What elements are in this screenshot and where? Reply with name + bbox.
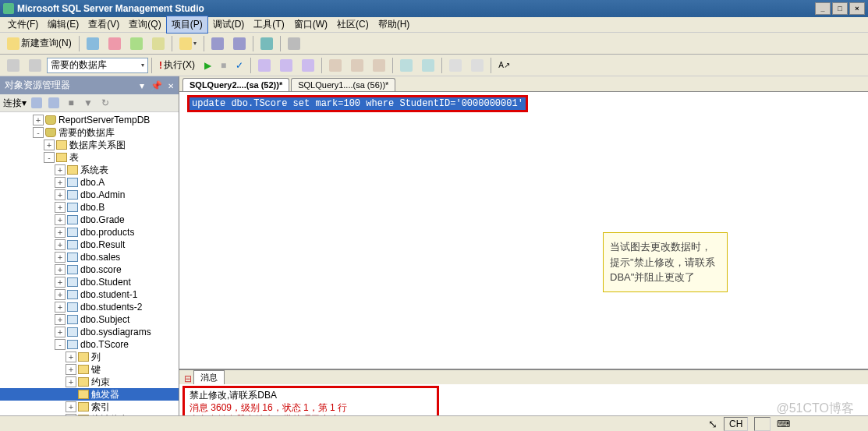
tree-twisty[interactable]: + [44, 140, 55, 150]
oe-btn-4[interactable]: ▼ [81, 96, 95, 110]
tree-twisty[interactable]: + [55, 277, 66, 288]
tb2-g[interactable]: A↗ [494, 57, 514, 74]
tree-node[interactable]: +dbo.sysdiagrams [0, 326, 179, 338]
tree-twisty[interactable]: - [33, 127, 44, 138]
menu-view[interactable]: 查看(V) [83, 16, 124, 33]
lang-icon[interactable]: ⌨ [777, 419, 790, 429]
menu-window[interactable]: 窗口(W) [289, 16, 332, 33]
tree-node[interactable]: +dbo.A [0, 176, 179, 189]
tree-twisty[interactable]: + [55, 164, 66, 175]
parse-button[interactable]: ✓ [232, 57, 247, 74]
tb-btn-3[interactable] [126, 35, 147, 52]
tb2-d2[interactable] [347, 57, 367, 74]
tree-twisty[interactable]: + [66, 364, 76, 375]
menu-help[interactable]: 帮助(H) [374, 16, 415, 33]
registered-button[interactable] [284, 35, 304, 52]
thumbtack-icon[interactable]: 📌 [151, 80, 162, 91]
tb2-e2[interactable] [418, 57, 438, 74]
tree-twisty[interactable]: + [55, 302, 66, 313]
tb-btn-4[interactable] [148, 35, 168, 52]
tree-twisty[interactable]: - [44, 152, 55, 163]
tree-node[interactable]: +dbo.score [0, 263, 179, 276]
tree-twisty[interactable]: + [55, 314, 66, 325]
tree-twisty[interactable]: + [55, 227, 66, 238]
save-all-button[interactable] [229, 35, 250, 52]
tb2-c3[interactable] [298, 57, 318, 74]
tb2-f1[interactable] [445, 57, 466, 74]
tree-twisty[interactable]: + [66, 401, 76, 412]
tb2-f2[interactable] [467, 57, 487, 74]
tree-twisty[interactable]: + [55, 252, 66, 263]
tb2-d3[interactable] [369, 57, 389, 74]
tree-node[interactable]: -表 [0, 151, 179, 164]
tree-node[interactable]: +系统表 [0, 164, 179, 176]
tb2-c2[interactable] [276, 57, 296, 74]
tree-node[interactable]: +索引 [0, 401, 179, 413]
menu-edit[interactable]: 编辑(E) [43, 16, 83, 33]
sql-editor[interactable]: update dbo.TScore set mark=100 where Stu… [179, 92, 868, 369]
execute-button[interactable]: ! 执行(X) [155, 57, 199, 74]
connect-dropdown[interactable]: 连接▾ [3, 97, 27, 110]
tab-sqlquery2[interactable]: SQLQuery2....(sa (52))* [182, 78, 289, 91]
maximize-button[interactable]: □ [832, 2, 848, 15]
tree-node[interactable]: +dbo.students-2 [0, 301, 179, 313]
oe-btn-3[interactable]: ■ [64, 96, 78, 110]
tree-twisty[interactable]: + [33, 115, 44, 125]
open-button[interactable]: ▾ [175, 35, 200, 52]
tree-node[interactable]: +dbo.B [0, 201, 179, 214]
menu-community[interactable]: 社区(C) [332, 16, 374, 33]
tree-twisty[interactable]: + [55, 239, 66, 250]
tb2-c1[interactable] [254, 57, 275, 74]
stop-button[interactable]: ■ [217, 57, 230, 74]
messages-tab[interactable]: 消息 [193, 370, 225, 384]
tree-node[interactable]: +列 [0, 351, 179, 363]
tree-node[interactable]: +dbo.Subject [0, 313, 179, 326]
tree-twisty[interactable]: + [55, 189, 66, 200]
tree-twisty[interactable]: + [55, 177, 66, 188]
tree-node[interactable]: -dbo.TScore [0, 338, 179, 351]
tree-twisty[interactable]: + [55, 202, 66, 213]
database-combo[interactable]: 需要的数据库 ▾ [47, 58, 148, 73]
minimize-button[interactable]: _ [815, 2, 831, 15]
tree-node[interactable]: +键 [0, 363, 179, 376]
tb2-btn-b[interactable] [25, 57, 45, 74]
activity-button[interactable] [257, 35, 277, 52]
menu-tools[interactable]: 工具(T) [249, 16, 289, 33]
tree-node[interactable]: +ReportServerTempDB [0, 114, 179, 126]
tb-btn-2[interactable] [105, 35, 125, 52]
tree-twisty[interactable]: - [55, 339, 66, 350]
tree-node[interactable]: +dbo.Student [0, 276, 179, 288]
menu-debug[interactable]: 调试(D) [208, 16, 250, 33]
tree-node[interactable]: -需要的数据库 [0, 126, 179, 139]
menu-file[interactable]: 文件(F) [3, 16, 43, 33]
tree-node[interactable]: +dbo.student-1 [0, 288, 179, 301]
save-button[interactable] [207, 35, 228, 52]
panel-close-button[interactable]: ✕ [168, 82, 174, 90]
tree-twisty[interactable]: + [55, 214, 66, 225]
tb2-e1[interactable] [396, 57, 416, 74]
tree-twisty[interactable]: + [55, 289, 66, 300]
tree-twisty[interactable]: + [66, 376, 76, 387]
new-query-button[interactable]: 新建查询(N) [3, 35, 76, 52]
tree-node[interactable]: +dbo.products [0, 226, 179, 238]
tree-node[interactable]: 触发器 [0, 388, 179, 401]
pin-icon[interactable]: ▾ [140, 80, 144, 91]
tree-node[interactable]: +dbo.sales [0, 251, 179, 263]
tree-node[interactable]: +dbo.Admin [0, 189, 179, 201]
tree-node[interactable]: +约束 [0, 376, 179, 388]
tab-sqlquery1[interactable]: SQLQuery1....(sa (56))* [291, 78, 395, 91]
sql-text[interactable]: update dbo.TScore set mark=100 where Stu… [190, 97, 526, 110]
debug-button[interactable]: ▶ [200, 57, 215, 74]
tree-twisty[interactable]: + [55, 327, 66, 337]
oe-btn-5[interactable]: ↻ [98, 96, 112, 110]
tb2-btn-a[interactable] [3, 57, 23, 74]
close-button[interactable]: × [849, 2, 865, 15]
tree-node[interactable]: +dbo.Grade [0, 214, 179, 226]
menu-project[interactable]: 项目(P) [166, 16, 208, 34]
oe-btn-2[interactable] [47, 96, 61, 110]
tb2-d1[interactable] [325, 57, 345, 74]
tree-node[interactable]: +dbo.Result [0, 238, 179, 251]
tb-btn-1[interactable] [83, 35, 103, 52]
menu-query[interactable]: 查询(Q) [124, 16, 165, 33]
object-tree[interactable]: +ReportServerTempDB-需要的数据库+数据库关系图-表+系统表+… [0, 112, 179, 431]
